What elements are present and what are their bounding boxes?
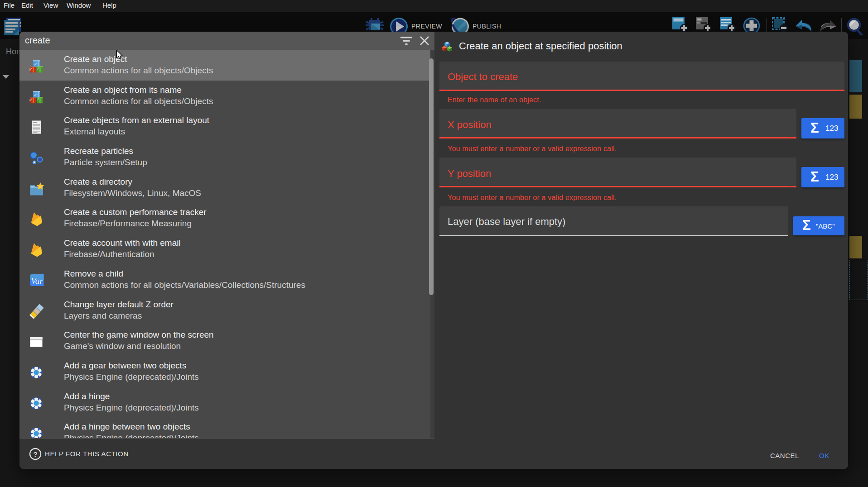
svg-text:Var: Var [31,276,43,286]
svg-text:?: ? [33,450,37,458]
